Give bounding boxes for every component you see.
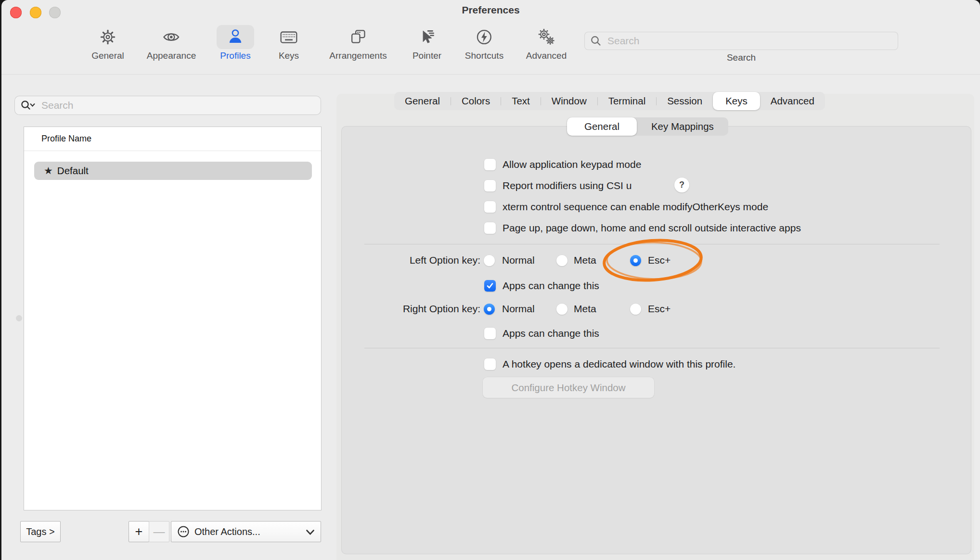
toolbar-item-advanced[interactable]: Advanced: [526, 25, 567, 61]
chevron-down-icon: [306, 530, 314, 535]
orange-ellipse-annotation: [596, 233, 716, 291]
toolbar-item-label: Arrangements: [329, 51, 387, 61]
tab-keys[interactable]: Keys: [713, 92, 760, 110]
toolbar-search-input[interactable]: [606, 35, 878, 47]
checkbox-label: Apps can change this: [503, 280, 599, 292]
star-icon: ★: [44, 165, 53, 177]
checkbox-row: Allow application keypad mode: [484, 159, 641, 170]
configure-hotkey-label: Configure Hotkey Window: [512, 382, 626, 394]
checkbox-label: xterm control sequence can enable modify…: [503, 201, 768, 213]
tags-button[interactable]: Tags >: [20, 521, 61, 542]
toolbar-divider: [1, 74, 980, 75]
radio-label: Normal: [502, 303, 535, 315]
toolbar-item-arrangements[interactable]: Arrangements: [329, 25, 387, 61]
preferences-window: Preferences General Appearance Profiles: [1, 0, 980, 560]
double-gear-icon: [528, 25, 565, 49]
checkbox-row: Apps can change this: [484, 328, 599, 339]
search-icon: [590, 35, 602, 47]
profile-list-header: Profile Name: [41, 134, 91, 144]
modify-other-keys-checkbox[interactable]: [484, 201, 496, 213]
person-icon: [217, 25, 254, 49]
remove-profile-button[interactable]: —: [149, 521, 169, 542]
question-mark-icon: ?: [679, 180, 684, 190]
checkbox-label: Report modifiers using CSI u: [503, 180, 632, 191]
allow-keypad-checkbox[interactable]: [484, 159, 496, 170]
radio-label: Esc+: [648, 303, 671, 315]
cursor-arrow-icon: [408, 25, 446, 49]
toolbar-item-label: Keys: [279, 51, 299, 61]
toolbar-item-label: General: [91, 51, 124, 61]
right-option-key-label: Right Option key:: [338, 303, 480, 315]
tab-window[interactable]: Window: [541, 92, 597, 110]
left-option-meta-radio[interactable]: [556, 255, 567, 266]
csi-u-checkbox[interactable]: [484, 180, 496, 191]
toolbar-item-label: Appearance: [147, 51, 196, 61]
tab-session[interactable]: Session: [657, 92, 713, 110]
list-header-divider: [24, 151, 321, 151]
toolbar-item-label: Pointer: [413, 51, 441, 61]
toolbar-item-appearance[interactable]: Appearance: [147, 25, 196, 61]
plus-icon: +: [135, 524, 143, 539]
checkbox-label: A hotkey opens a dedicated window with t…: [503, 358, 735, 370]
hotkey-window-checkbox[interactable]: [484, 358, 496, 370]
window-title: Preferences: [1, 4, 980, 16]
left-option-normal-radio[interactable]: [484, 255, 495, 266]
checkbox-label: Allow application keypad mode: [503, 159, 641, 170]
tags-button-label: Tags >: [26, 526, 54, 537]
tab-terminal[interactable]: Terminal: [598, 92, 656, 110]
checkmark-icon: [486, 281, 494, 290]
profile-name: Default: [57, 165, 89, 177]
profile-row-default[interactable]: ★ Default: [34, 162, 312, 180]
right-option-meta-radio[interactable]: [556, 304, 567, 315]
profile-list: Profile Name ★ Default: [24, 127, 321, 510]
subtab-key-mappings[interactable]: Key Mappings: [637, 117, 728, 136]
toolbar-search-field[interactable]: [584, 32, 898, 50]
subtab-general[interactable]: General: [567, 117, 637, 136]
windows-icon: [339, 25, 377, 49]
help-button[interactable]: ?: [674, 178, 689, 192]
gear-icon: [89, 25, 127, 49]
other-actions-dropdown[interactable]: Other Actions...: [171, 521, 321, 542]
tab-text[interactable]: Text: [501, 92, 541, 110]
ellipsis-circle-icon: [177, 525, 190, 538]
right-option-esc-radio[interactable]: [630, 304, 641, 315]
toolbar-item-keys[interactable]: Keys: [270, 25, 308, 61]
search-with-menu-icon: [20, 99, 37, 112]
toolbar-item-profiles[interactable]: Profiles: [217, 25, 254, 61]
checkbox-label: Apps can change this: [503, 328, 599, 339]
left-option-apps-change-checkbox[interactable]: [484, 280, 496, 292]
window-edge-dot: [16, 315, 22, 321]
checkbox-row: A hotkey opens a dedicated window with t…: [484, 358, 735, 370]
toolbar-item-label: Advanced: [526, 51, 567, 61]
toolbar-item-general[interactable]: General: [89, 25, 127, 61]
tab-advanced[interactable]: Advanced: [760, 92, 825, 110]
page-scroll-checkbox[interactable]: [484, 222, 496, 234]
configure-hotkey-window-button[interactable]: Configure Hotkey Window: [483, 377, 654, 398]
radio-label: Meta: [574, 303, 596, 315]
other-actions-label: Other Actions...: [194, 526, 260, 537]
toolbar-item-label: Profiles: [220, 51, 250, 61]
checkbox-row: Apps can change this: [484, 280, 599, 292]
checkbox-label: Page up, page down, home and end scroll …: [503, 222, 801, 234]
checkbox-row: Page up, page down, home and end scroll …: [484, 222, 801, 234]
right-option-normal-radio[interactable]: [484, 304, 495, 315]
section-divider: [364, 348, 940, 348]
profile-search-field[interactable]: [14, 96, 321, 115]
keyboard-icon: [270, 25, 308, 49]
radio-label: Normal: [502, 255, 535, 266]
toolbar-item-pointer[interactable]: Pointer: [408, 25, 446, 61]
toolbar-item-shortcuts[interactable]: Shortcuts: [465, 25, 503, 61]
profile-search-input[interactable]: [40, 99, 302, 112]
minus-icon: —: [154, 525, 165, 538]
tab-general[interactable]: General: [394, 92, 451, 110]
tab-colors[interactable]: Colors: [451, 92, 501, 110]
checkbox-row: xterm control sequence can enable modify…: [484, 201, 768, 213]
right-option-apps-change-checkbox[interactable]: [484, 328, 496, 339]
toolbar-item-label: Shortcuts: [465, 51, 503, 61]
radio-label: Meta: [574, 255, 596, 266]
profile-tab-bar: General Colors Text Window Terminal Sess…: [394, 92, 825, 110]
toolbar-search-caption: Search: [584, 52, 898, 63]
add-profile-button[interactable]: +: [129, 521, 149, 542]
eye-icon: [153, 25, 190, 49]
left-option-key-label: Left Option key:: [338, 255, 480, 266]
